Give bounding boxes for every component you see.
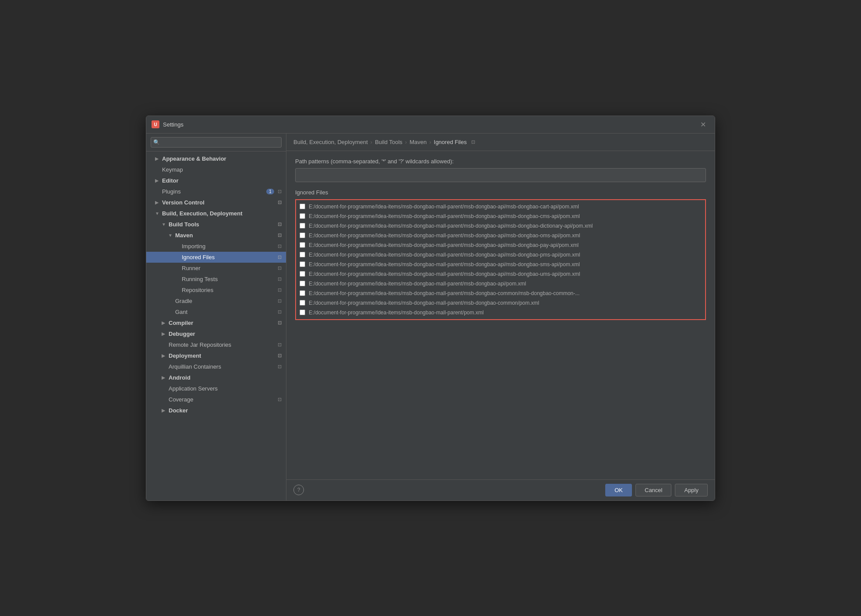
config-icon: ⊡: [278, 189, 282, 194]
sidebar-item-deployment[interactable]: ▶ Deployment ⊡: [146, 350, 286, 361]
file-checkbox-1[interactable]: [300, 204, 305, 209]
app-icon: U: [152, 120, 159, 128]
arrow-icon: ▼: [162, 222, 167, 227]
sidebar-item-gradle[interactable]: Gradle ⊡: [146, 296, 286, 306]
breadcrumb: Build, Execution, Deployment › Build Too…: [286, 134, 715, 151]
sidebar-tree: ▶ Appearance & Behavior Keymap ▶ Editor …: [146, 151, 286, 500]
arrow-icon: ▶: [155, 156, 160, 161]
sidebar-item-ignored-files[interactable]: Ignored Files ⊡: [146, 252, 286, 263]
cancel-button[interactable]: Cancel: [635, 484, 671, 496]
sidebar-item-android[interactable]: ▶ Android: [146, 372, 286, 383]
sidebar-item-editor[interactable]: ▶ Editor: [146, 175, 286, 186]
arrow-icon: ▼: [155, 211, 160, 216]
config-icon: ⊡: [278, 342, 282, 348]
file-path-11: E:/document-for-programme/Idea-items/msb…: [309, 300, 539, 306]
file-item-7[interactable]: E:/document-for-programme/Idea-items/msb…: [296, 260, 705, 269]
config-icon: ⊡: [278, 254, 282, 260]
sidebar-item-keymap[interactable]: Keymap: [146, 164, 286, 175]
ok-button[interactable]: OK: [605, 484, 632, 496]
search-box: 🔍: [146, 134, 286, 151]
file-checkbox-11[interactable]: [300, 300, 305, 306]
sidebar-item-debugger[interactable]: ▶ Debugger: [146, 328, 286, 339]
config-icon: ⊡: [278, 298, 282, 304]
file-item-9[interactable]: E:/document-for-programme/Idea-items/msb…: [296, 279, 705, 289]
config-icon: ⊡: [278, 320, 282, 326]
path-pattern-input[interactable]: [295, 168, 706, 182]
file-item-1[interactable]: E:/document-for-programme/Idea-items/msb…: [296, 202, 705, 211]
file-checkbox-8[interactable]: [300, 271, 305, 277]
config-icon: ⊡: [278, 265, 282, 271]
file-path-9: E:/document-for-programme/Idea-items/msb…: [309, 281, 526, 287]
files-list: E:/document-for-programme/Idea-items/msb…: [295, 199, 706, 320]
config-icon: ⊡: [278, 232, 282, 238]
help-button[interactable]: ?: [293, 485, 304, 495]
search-input[interactable]: [151, 137, 282, 148]
sidebar-item-appearance[interactable]: ▶ Appearance & Behavior: [146, 153, 286, 164]
config-icon: ⊡: [278, 276, 282, 282]
file-path-10: E:/document-for-programme/Idea-items/msb…: [309, 290, 579, 296]
sidebar-item-coverage[interactable]: Coverage ⊡: [146, 394, 286, 405]
arrow-icon: ▶: [162, 353, 167, 358]
file-checkbox-9[interactable]: [300, 281, 305, 286]
file-path-2: E:/document-for-programme/Idea-items/msb…: [309, 213, 580, 219]
file-item-8[interactable]: E:/document-for-programme/Idea-items/msb…: [296, 269, 705, 279]
file-path-12: E:/document-for-programme/Idea-items/msb…: [309, 310, 484, 316]
sidebar-item-repositories[interactable]: Repositories ⊡: [146, 285, 286, 296]
sidebar-item-version-control[interactable]: ▶ Version Control ⊡: [146, 197, 286, 208]
main-content-area: 🔍 ▶ Appearance & Behavior Keymap ▶: [146, 134, 715, 500]
config-icon: ⊡: [278, 309, 282, 315]
sidebar-item-remote-jar[interactable]: Remote Jar Repositories ⊡: [146, 339, 286, 350]
file-item-5[interactable]: E:/document-for-programme/Idea-items/msb…: [296, 240, 705, 250]
breadcrumb-config-icon: ⊡: [471, 139, 475, 145]
arrow-icon: ▶: [162, 331, 167, 336]
sidebar-item-app-servers[interactable]: Application Servers: [146, 383, 286, 394]
file-checkbox-5[interactable]: [300, 242, 305, 248]
config-icon: ⊡: [278, 200, 282, 205]
file-item-6[interactable]: E:/document-for-programme/Idea-items/msb…: [296, 250, 705, 260]
file-item-10[interactable]: E:/document-for-programme/Idea-items/msb…: [296, 289, 705, 298]
title-bar: U Settings ✕: [146, 116, 715, 134]
arrow-icon: ▶: [155, 200, 160, 205]
breadcrumb-maven: Maven: [409, 139, 427, 145]
path-pattern-label: Path patterns (comma-separated, '*' and …: [295, 158, 706, 165]
file-path-7: E:/document-for-programme/Idea-items/msb…: [309, 261, 580, 268]
file-path-8: E:/document-for-programme/Idea-items/msb…: [309, 271, 580, 277]
config-icon: ⊡: [278, 353, 282, 359]
sidebar-item-runner[interactable]: Runner ⊡: [146, 263, 286, 274]
sidebar-item-build-exec-deploy[interactable]: ▼ Build, Execution, Deployment: [146, 208, 286, 219]
main-panel: Build, Execution, Deployment › Build Too…: [286, 134, 715, 500]
file-path-3: E:/document-for-programme/Idea-items/msb…: [309, 223, 593, 229]
file-checkbox-10[interactable]: [300, 290, 305, 296]
file-item-12[interactable]: E:/document-for-programme/Idea-items/msb…: [296, 308, 705, 317]
file-path-5: E:/document-for-programme/Idea-items/msb…: [309, 242, 579, 248]
bottom-bar: ? OK Cancel Apply: [286, 479, 715, 500]
config-icon: ⊡: [278, 243, 282, 249]
sidebar-item-arquillian[interactable]: Arquillian Containers ⊡: [146, 361, 286, 372]
breadcrumb-sep-2: ›: [405, 139, 407, 145]
file-checkbox-12[interactable]: [300, 310, 305, 315]
sidebar-item-importing[interactable]: Importing ⊡: [146, 241, 286, 252]
arrow-icon: ▶: [162, 408, 167, 413]
file-checkbox-3[interactable]: [300, 223, 305, 229]
close-button[interactable]: ✕: [697, 119, 709, 130]
file-checkbox-6[interactable]: [300, 252, 305, 257]
config-icon: ⊡: [278, 364, 282, 370]
file-path-6: E:/document-for-programme/Idea-items/msb…: [309, 252, 580, 258]
file-item-4[interactable]: E:/document-for-programme/Idea-items/msb…: [296, 231, 705, 240]
file-checkbox-7[interactable]: [300, 261, 305, 267]
file-checkbox-2[interactable]: [300, 213, 305, 219]
sidebar-item-docker[interactable]: ▶ Docker: [146, 405, 286, 416]
sidebar-item-build-tools[interactable]: ▼ Build Tools ⊡: [146, 219, 286, 230]
sidebar-item-compiler[interactable]: ▶ Compiler ⊡: [146, 317, 286, 328]
sidebar-item-maven[interactable]: ▼ Maven ⊡: [146, 230, 286, 241]
sidebar-item-gant[interactable]: Gant ⊡: [146, 306, 286, 317]
file-item-3[interactable]: E:/document-for-programme/Idea-items/msb…: [296, 221, 705, 231]
dialog-title: Settings: [163, 121, 697, 128]
file-item-11[interactable]: E:/document-for-programme/Idea-items/msb…: [296, 298, 705, 308]
apply-button[interactable]: Apply: [675, 484, 708, 496]
breadcrumb-build-exec: Build, Execution, Deployment: [293, 139, 368, 145]
file-checkbox-4[interactable]: [300, 232, 305, 238]
sidebar-item-running-tests[interactable]: Running Tests ⊡: [146, 274, 286, 285]
file-item-2[interactable]: E:/document-for-programme/Idea-items/msb…: [296, 211, 705, 221]
sidebar-item-plugins[interactable]: Plugins 1 ⊡: [146, 186, 286, 197]
